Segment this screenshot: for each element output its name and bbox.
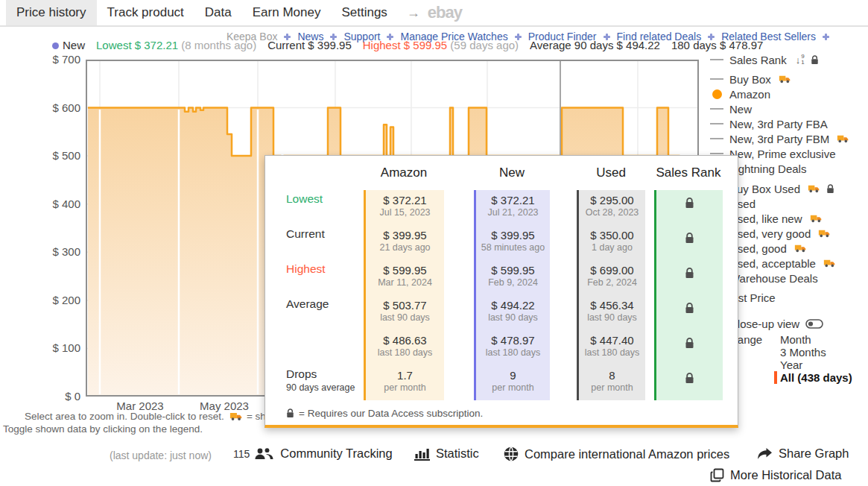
row-label-highest: Highest	[286, 260, 364, 295]
more-historical-data-link[interactable]: More Historical Data	[710, 468, 841, 482]
compare-international-link[interactable]: Compare international Amazon prices	[504, 446, 729, 461]
footer-bar: (last update: just now) 115 Community Tr…	[0, 445, 868, 486]
lock-icon	[286, 408, 294, 418]
top-tab-bar: Price history Track product Data Earn Mo…	[0, 0, 868, 27]
plus-separator-icon	[823, 34, 829, 40]
lock-icon	[685, 338, 694, 349]
legend-item-new-3rd-fba[interactable]: New, 3rd Party FBA	[710, 116, 868, 131]
popup-col-used: Used $ 295.00Oct 28, 2023 $ 350.001 day …	[577, 160, 645, 400]
tab-data[interactable]: Data	[194, 0, 242, 25]
popup-row-labels: Lowest Current Highest Average Drops90 d…	[265, 160, 364, 400]
share-arrow-icon	[757, 447, 773, 460]
community-tracking-link[interactable]: 115 Community Tracking	[233, 446, 393, 461]
y-axis-tick: $ 200	[43, 294, 80, 307]
legend-item-amazon[interactable]: Amazon	[710, 86, 868, 101]
y-axis-tick: $ 300	[43, 245, 80, 259]
line-swatch	[710, 138, 723, 139]
statistic-link[interactable]: Statistic	[414, 446, 479, 461]
ebay-logo[interactable]: ebay	[426, 1, 469, 25]
lock-icon	[826, 184, 834, 194]
globe-icon	[504, 446, 519, 461]
truck-icon	[808, 184, 820, 193]
new-series-dot-icon	[52, 42, 59, 49]
people-group-icon	[254, 447, 274, 461]
lock-icon	[685, 303, 694, 314]
tab-track-product[interactable]: Track product	[97, 0, 194, 25]
price-stats-row: New Lowest $ 372.21 (8 months ago) Curre…	[52, 39, 763, 51]
row-label-blank	[286, 330, 364, 365]
y-axis-tick: $ 400	[43, 198, 80, 211]
row-label-drops: Drops90 days average	[286, 365, 364, 400]
copy-pages-icon	[710, 468, 724, 482]
series-indicator: New	[52, 39, 85, 51]
row-label-average: Average	[286, 295, 364, 330]
lock-icon	[685, 198, 694, 209]
range-option-all[interactable]: All (438 days)	[774, 371, 852, 384]
range-option-month[interactable]: Month	[774, 333, 852, 346]
line-swatch	[710, 123, 723, 124]
lowest-stat: Lowest $ 372.21 (8 months ago)	[96, 39, 256, 51]
truck-icon	[229, 411, 243, 421]
lock-icon	[685, 373, 694, 384]
bar-chart-icon	[414, 446, 430, 461]
toggle-icon	[805, 319, 823, 329]
truck-icon	[818, 229, 831, 238]
popup-footnote: = Requires our Data Access subscription.	[286, 408, 738, 419]
truck-icon	[823, 259, 836, 268]
legend-item-buy-box[interactable]: Buy Box	[710, 72, 868, 86]
amazon-dot-swatch	[712, 89, 722, 99]
line-swatch	[710, 78, 723, 80]
row-label-current: Current	[286, 225, 364, 260]
chart-help-note: Select area to zoom in. Double-click to …	[25, 411, 279, 422]
lock-icon	[685, 268, 694, 279]
tab-settings[interactable]: Settings	[331, 0, 397, 25]
arrow-icon: →	[398, 2, 426, 25]
line-swatch	[710, 59, 723, 60]
current-stat: Current $ 399.95	[267, 39, 352, 51]
row-label-lowest: Lowest	[286, 190, 364, 225]
popup-col-sales-rank: Sales Rank	[654, 160, 723, 400]
y-axis-tick: $ 0	[43, 390, 80, 403]
truck-icon	[794, 244, 807, 253]
y-axis-tick: $ 700	[43, 53, 80, 66]
tab-price-history[interactable]: Price history	[6, 0, 97, 25]
y-axis-tick: $ 100	[43, 341, 80, 355]
line-swatch	[710, 108, 723, 110]
lock-icon	[811, 55, 819, 65]
range-option-year[interactable]: Year	[774, 359, 852, 371]
average-90-stat: Average 90 days $ 494.22	[530, 39, 660, 51]
legend-item-new[interactable]: New	[710, 101, 868, 116]
popup-col-amazon: Amazon $ 372.21Jul 15, 2023 $ 399.9521 d…	[364, 160, 444, 400]
range-option-3-months[interactable]: 3 Months	[774, 346, 852, 359]
last-update-text: (last update: just now)	[110, 449, 212, 461]
tab-earn-money[interactable]: Earn Money	[242, 0, 332, 25]
truck-icon	[779, 75, 791, 83]
price-summary-popup: Lowest Current Highest Average Drops90 d…	[264, 155, 738, 428]
legend-item-new-3rd-fbm[interactable]: New, 3rd Party FBM	[710, 131, 868, 146]
chart-help-note-2: Toggle shown data by clicking on the leg…	[3, 423, 203, 435]
y-axis-tick: $ 500	[43, 149, 80, 162]
tracking-count: 115	[233, 448, 250, 460]
highest-stat: Highest $ 599.95 (59 days ago)	[363, 39, 519, 51]
y-axis-tick: $ 600	[43, 101, 80, 115]
truck-icon	[810, 214, 823, 223]
lock-icon	[685, 233, 694, 244]
popup-col-new: New $ 372.21Jul 21, 2023 $ 399.9558 minu…	[474, 160, 550, 400]
line-swatch	[710, 153, 723, 154]
sort-numeric-icon: ↓91	[796, 54, 805, 66]
share-graph-link[interactable]: Share Graph	[757, 446, 849, 461]
legend-item-sales-rank[interactable]: Sales Rank ↓91	[710, 52, 868, 67]
truck-icon	[837, 134, 849, 143]
